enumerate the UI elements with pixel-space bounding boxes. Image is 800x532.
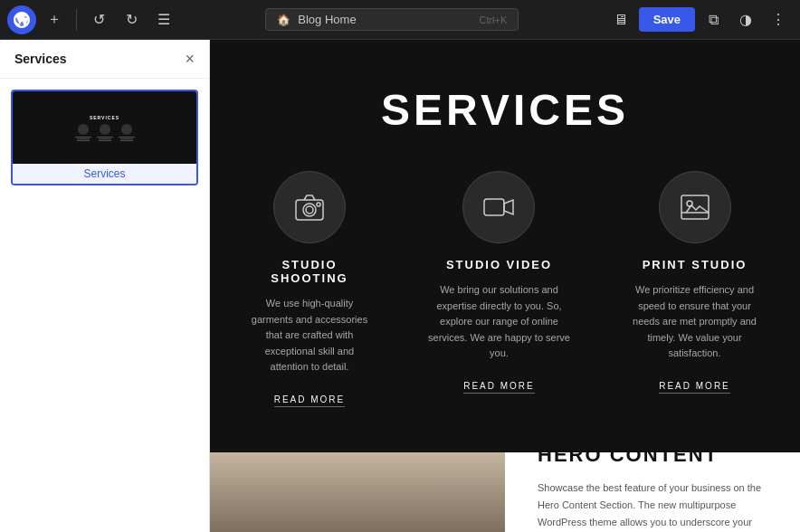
service-item-shooting: STUDIO SHOOTING We use high-quality garm… (246, 171, 373, 407)
studio-scene (210, 452, 505, 532)
preview-line (75, 137, 91, 138)
service-icon-circle-video (462, 171, 535, 243)
hero-section: HERO CONTENT Showcase the best feature o… (210, 452, 800, 532)
pattern-preview: SERVICES (13, 91, 196, 164)
pattern-card-services[interactable]: SERVICES (11, 90, 198, 185)
canvas: SERVICES STUDIO (210, 40, 800, 532)
read-more-shooting[interactable]: READ MORE (274, 394, 346, 407)
svg-point-9 (687, 201, 692, 206)
svg-point-4 (317, 203, 320, 206)
hero-description: Showcase the best feature of your busine… (538, 480, 767, 532)
toolbar-right: 🖥 Save ⧉ ◑ ⋮ (606, 5, 793, 34)
preview-lines-2 (97, 137, 113, 141)
preview-circle-3 (121, 124, 132, 135)
service-icon-circle-camera (273, 171, 346, 243)
style-toggle-button[interactable]: ◑ (731, 5, 760, 34)
pattern-preview-service-2 (97, 124, 113, 141)
service-name-shooting: STUDIO SHOOTING (246, 258, 373, 285)
hero-content-area: HERO CONTENT Showcase the best feature o… (505, 452, 800, 532)
service-desc-print: We prioritize efficiency and speed to en… (625, 282, 764, 362)
sidebar-header: Services × (0, 40, 209, 79)
service-item-print: PRINT STUDIO We prioritize efficiency an… (625, 171, 764, 407)
list-view-button[interactable]: ☰ (149, 5, 178, 34)
image-icon (679, 191, 711, 223)
svg-point-2 (303, 204, 316, 216)
read-more-video[interactable]: READ MORE (463, 381, 535, 394)
divider (76, 9, 77, 31)
sidebar: Services × SERVICES (0, 40, 210, 532)
pattern-preview-title: SERVICES (90, 115, 119, 120)
camera-icon (293, 191, 326, 223)
svg-rect-7 (681, 195, 709, 219)
service-desc-video: We bring our solutions and expertise dir… (427, 282, 571, 362)
pattern-label: Services (13, 164, 196, 184)
video-icon (482, 191, 515, 223)
keyboard-shortcut: Ctrl+K (479, 14, 507, 25)
preview-button[interactable]: 🖥 (606, 5, 635, 34)
service-item-video: STUDIO VIDEO We bring our solutions and … (427, 171, 571, 407)
pattern-preview-service-1 (75, 124, 91, 141)
options-button[interactable]: ⋮ (764, 5, 793, 34)
preview-short-6 (120, 140, 133, 141)
service-icon-circle-print (659, 171, 731, 243)
preview-line-3 (119, 137, 135, 138)
services-section: SERVICES STUDIO (210, 40, 800, 452)
url-bar[interactable]: 🏠 Blog Home Ctrl+K (265, 8, 519, 31)
preview-lines-3 (119, 137, 135, 141)
preview-short-4 (99, 140, 111, 141)
service-name-video: STUDIO VIDEO (427, 258, 571, 271)
sidebar-content: SERVICES (0, 79, 209, 204)
undo-button[interactable]: ↺ (84, 5, 113, 34)
studio-wall (210, 452, 505, 532)
read-more-print[interactable]: READ MORE (659, 381, 730, 394)
hero-studio-image (210, 452, 505, 532)
hero-title: HERO CONTENT (538, 443, 767, 467)
main-layout: Services × SERVICES (0, 40, 800, 532)
preview-short-3 (99, 138, 111, 139)
save-button[interactable]: Save (639, 7, 695, 32)
toggle-sidebar-button[interactable]: ⧉ (699, 5, 728, 34)
toolbar: ＋ ↺ ↻ ☰ 🏠 Blog Home Ctrl+K 🖥 Save ⧉ ◑ ⋮ (0, 0, 800, 40)
svg-marker-6 (504, 200, 513, 214)
redo-button[interactable]: ↻ (117, 5, 146, 34)
preview-short (77, 138, 90, 139)
url-label: Blog Home (298, 13, 356, 26)
preview-short-2 (77, 140, 90, 141)
page-icon: 🏠 (277, 14, 290, 26)
sidebar-title: Services (14, 52, 67, 66)
pattern-preview-services (75, 124, 135, 141)
add-block-button[interactable]: ＋ (40, 5, 69, 34)
sidebar-close-button[interactable]: × (185, 51, 195, 67)
services-heading: SERVICES (246, 85, 764, 135)
pattern-preview-service-3 (119, 124, 135, 141)
service-desc-shooting: We use high-quality garments and accesso… (246, 296, 373, 375)
toolbar-center: 🏠 Blog Home Ctrl+K (182, 8, 603, 31)
preview-circle-2 (100, 124, 110, 135)
preview-line-2 (97, 137, 113, 138)
wp-logo[interactable] (7, 5, 36, 34)
svg-point-3 (306, 206, 313, 214)
preview-short-5 (120, 138, 133, 139)
service-name-print: PRINT STUDIO (625, 258, 764, 271)
preview-lines-1 (75, 137, 91, 141)
services-grid: STUDIO SHOOTING We use high-quality garm… (246, 171, 764, 407)
preview-circle-1 (78, 124, 89, 135)
svg-rect-5 (484, 199, 504, 215)
editor-area[interactable]: SERVICES STUDIO (210, 40, 800, 532)
